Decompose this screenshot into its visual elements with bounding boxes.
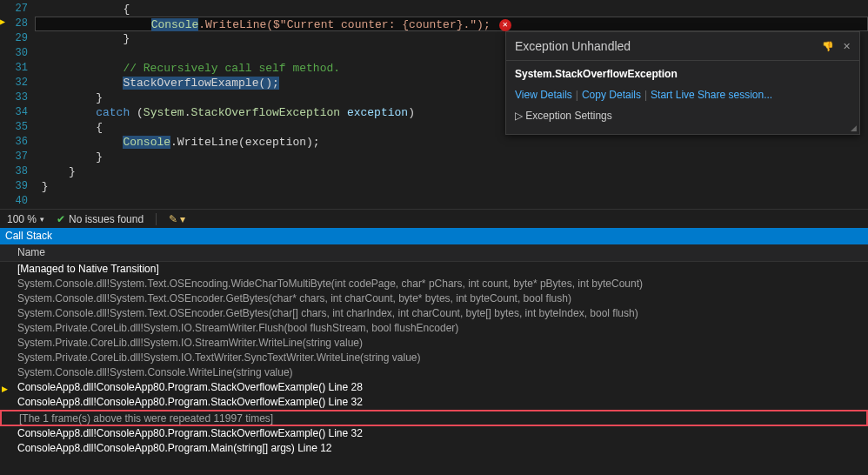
popup-links: View Details|Copy Details|Start Live Sha… <box>515 89 851 101</box>
close-icon[interactable]: ✕ <box>843 41 851 52</box>
exception-popup: Exception Unhandled 👎 ✕ System.StackOver… <box>505 31 860 135</box>
live-share-link[interactable]: Start Live Share session... <box>651 89 772 101</box>
resize-grip-icon[interactable]: ◢ <box>851 124 857 132</box>
stack-frame-current[interactable]: ▶ConsoleApp8.dll!ConsoleApp80.Program.St… <box>0 380 868 395</box>
code-line-current[interactable]: Console.WriteLine($"Current counter: {co… <box>35 17 868 31</box>
callstack-column-header[interactable]: Name <box>0 244 868 262</box>
brush-icon[interactable]: ✎ ▾ <box>169 213 185 225</box>
stack-frame[interactable]: ConsoleApp8.dll!ConsoleApp80.Program.Sta… <box>0 395 868 410</box>
code-line[interactable] <box>35 194 868 209</box>
callstack-body[interactable]: [Managed to Native Transition] System.Co… <box>0 262 868 456</box>
view-details-link[interactable]: View Details <box>515 89 572 101</box>
stack-frame[interactable]: System.Private.CoreLib.dll!System.IO.Tex… <box>0 351 868 365</box>
copy-details-link[interactable]: Copy Details <box>582 89 641 101</box>
error-icon[interactable]: ✕ <box>499 19 511 31</box>
code-line[interactable]: } <box>35 164 868 179</box>
popup-title: Exception Unhandled <box>515 39 631 53</box>
stack-frame[interactable]: ConsoleApp8.dll!ConsoleApp80.Program.Sta… <box>0 426 868 441</box>
stack-frame[interactable]: System.Console.dll!System.Text.OSEncoder… <box>0 306 868 321</box>
zoom-level[interactable]: 100 % ▾ <box>7 213 44 225</box>
stack-frame[interactable]: System.Console.dll!System.Console.WriteL… <box>0 365 868 380</box>
code-line[interactable]: } <box>35 179 868 194</box>
code-line[interactable]: } <box>35 150 868 164</box>
stack-frame[interactable]: ConsoleApp8.dll!ConsoleApp80.Program.Mai… <box>0 441 868 456</box>
check-icon: ✔ <box>57 213 65 225</box>
editor-status-bar: 100 % ▾ ✔ No issues found ✎ ▾ <box>0 209 868 228</box>
divider <box>156 213 157 225</box>
stack-frame[interactable]: System.Console.dll!System.Text.OSEncoder… <box>0 291 868 306</box>
line-number-gutter: 27 28 29 30 31 32 33 34 35 36 37 38 39 4… <box>0 0 35 209</box>
code-line[interactable]: Console.WriteLine(exception); <box>35 135 868 150</box>
callstack-panel-title[interactable]: Call Stack <box>0 228 868 244</box>
stack-frame[interactable]: System.Private.CoreLib.dll!System.IO.Str… <box>0 321 868 336</box>
current-frame-arrow-icon: ▶ <box>2 382 8 395</box>
execution-arrow-icon: ▶ <box>0 17 7 30</box>
stack-frame-repeated[interactable]: [The 1 frame(s) above this were repeated… <box>0 410 868 426</box>
exception-name: System.StackOverflowException <box>515 68 851 80</box>
code-line[interactable]: { <box>35 2 868 17</box>
exception-settings-toggle[interactable]: ▷ Exception Settings <box>515 110 851 122</box>
stack-frame[interactable]: System.Private.CoreLib.dll!System.IO.Str… <box>0 336 868 351</box>
stack-frame[interactable]: [Managed to Native Transition] <box>0 262 868 277</box>
stack-frame[interactable]: System.Console.dll!System.Text.OSEncodin… <box>0 277 868 291</box>
issues-status[interactable]: ✔ No issues found <box>57 213 144 225</box>
pin-icon[interactable]: 👎 <box>822 41 834 52</box>
